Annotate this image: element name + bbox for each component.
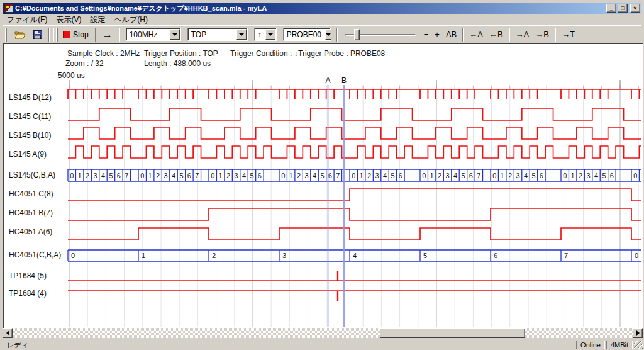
plot-text: 7 [125,172,128,179]
scroll-right-button[interactable] [633,328,643,338]
menu-file[interactable]: ファイル(F) [3,13,52,26]
status-message: レディ [3,341,572,349]
channel-label: LS145 C(11) [9,112,51,121]
scroll-left-button[interactable] [3,328,13,338]
toolbar: Stop → 100MHz TOP ↑ PROBE00 − + AB [3,25,641,43]
plot-text: 1 [289,172,293,179]
plot-text: 0 [211,172,214,179]
save-file-button[interactable] [30,29,46,40]
plot-text: 0 [352,172,355,179]
plot-text: 4 [383,172,387,179]
menu-settings[interactable]: 設定 [86,13,109,26]
plot-text: 4 [353,252,357,259]
dropdown-arrow-icon[interactable] [265,29,275,40]
digital-wave [68,108,641,120]
toolbar-separator [95,28,96,42]
stop-icon [63,31,70,38]
plot-text: 1 [142,252,145,259]
plot-text: 2 [86,172,89,179]
trigger-edge-select[interactable]: ↑ [254,28,277,41]
plot-text: 2 [508,172,512,179]
plot-text: 0 [70,172,74,179]
plot-text: 1 [360,172,364,179]
plot-text: 0 [633,172,637,179]
open-file-button[interactable] [11,29,30,40]
plot-text: 5 [109,172,113,179]
plot-text: 0 [71,252,75,259]
plot-text: 2 [579,172,582,179]
close-button[interactable]: × [630,4,640,13]
digital-wave [68,146,641,158]
plot-text: 3 [586,172,590,179]
plot-text: 3 [93,172,97,179]
dropdown-arrow-icon[interactable] [170,29,180,40]
scrollbar-thumb[interactable] [380,328,525,338]
plot-text: 3 [375,172,379,179]
channel-label: LS145 B(10) [9,131,51,140]
plot-text: 1 [571,172,575,179]
prev-b-button[interactable]: ←B [486,28,506,40]
plot-text: 1 [148,172,152,179]
plot-text: 2 [156,172,160,179]
channel-label: HC4051 A(6) [9,227,52,236]
trigger-position-select[interactable]: TOP [187,28,248,41]
plot-text: 2 [212,252,216,259]
zoom-in-button[interactable]: + [431,28,443,40]
plot-text: 5 [602,172,606,179]
window-title: C:¥Documents and Settings¥noname¥デスクトップ¥… [15,4,604,13]
plot-text: 4 [524,172,528,179]
plot-text: 6 [328,172,332,179]
menu-view[interactable]: 表示(V) [52,13,86,26]
plot-text: 5 [461,172,465,179]
plot-text: 6 [399,172,402,179]
stop-button[interactable]: Stop [59,29,92,40]
zoom-slider[interactable] [345,28,416,42]
channel-label: HC4051(C,B,A) [9,251,61,259]
resize-grip-icon[interactable] [634,341,643,349]
toolbar-gripper[interactable] [5,28,9,42]
zoom-out-button[interactable]: − [421,28,432,40]
plot-text: 5 [423,252,427,259]
plot-text: 7 [564,252,568,259]
app-icon[interactable] [4,4,13,13]
channel-label: HC4051 B(7) [9,208,53,217]
minimize-button[interactable]: _ [606,4,616,13]
waveforms: 0123456701234567012345601234567012345601… [68,89,641,301]
dropdown-arrow-icon[interactable] [236,29,247,40]
plot-text: 3 [282,252,286,259]
toolbar-separator [119,28,120,42]
waveform-plot[interactable]: 0123456701234567012345601234567012345601… [3,43,643,328]
run-button[interactable]: → [99,29,116,40]
horizontal-scrollbar[interactable] [3,328,643,338]
app-window: C:¥Documents and Settings¥noname¥デスクトップ¥… [0,0,644,350]
zoom-slider-thumb[interactable] [354,29,360,40]
probe-select[interactable]: PROBE00 [283,28,331,41]
dropdown-arrow-icon[interactable] [325,29,331,40]
toolbar-separator [462,28,464,42]
plot-text: 0 [563,172,567,179]
menu-help[interactable]: ヘルプ(H) [109,13,152,26]
plot-text: 6 [610,172,614,179]
digital-wave [68,208,641,220]
probe-value: PROBE00 [284,30,325,39]
channel-label: HC4051 C(8) [9,189,53,198]
plot-text: 0 [140,172,144,179]
clock-select[interactable]: 100MHz [126,28,181,41]
toolbar-gripper[interactable] [53,28,58,42]
goto-b-button[interactable]: →B [532,28,552,40]
goto-a-button[interactable]: →A [513,28,533,40]
plot-text: 7 [195,172,199,179]
channel-label: LS145(C,B,A) [9,171,55,179]
title-bar[interactable]: C:¥Documents and Settings¥noname¥デスクトップ¥… [3,3,641,14]
plot-text: 1 [219,172,223,179]
maximize-button[interactable]: □ [618,4,628,13]
plot-text: 5 [179,172,183,179]
toolbar-separator [509,28,510,42]
trigger-edge-value: ↑ [255,30,265,39]
ab-button[interactable]: AB [443,28,460,40]
plot-text: 5 [320,172,324,179]
prev-a-button[interactable]: ←A [466,28,486,40]
goto-trigger-button[interactable]: →T [558,28,578,40]
scroll-left-icon [4,330,9,336]
digital-wave [68,127,641,139]
